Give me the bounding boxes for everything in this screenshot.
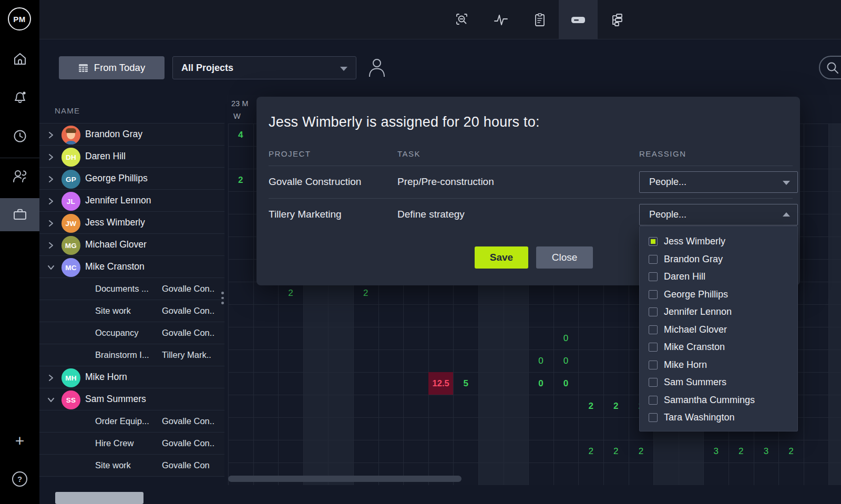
- chevron-right-icon[interactable]: [47, 131, 55, 139]
- task-name: Hire Crew: [95, 438, 134, 448]
- workload-cell[interactable]: 0: [553, 349, 579, 372]
- project-filter-select[interactable]: All Projects: [172, 56, 356, 79]
- chevron-right-icon[interactable]: [47, 241, 55, 250]
- workload-cell[interactable]: 2: [603, 440, 629, 462]
- dropdown-option-label: Mike Horn: [664, 359, 707, 371]
- chevron-down-icon[interactable]: [47, 263, 55, 272]
- resource-row[interactable]: DHDaren Hill: [39, 145, 224, 168]
- dropdown-option[interactable]: Mike Horn: [640, 356, 797, 374]
- task-row[interactable]: Brainstorm I...Tillery Mark..: [39, 344, 224, 366]
- help-icon[interactable]: ?: [0, 467, 39, 490]
- resource-row[interactable]: GPGeorge Phillips: [39, 167, 224, 190]
- app-logo[interactable]: PM: [8, 7, 31, 30]
- chevron-right-icon[interactable]: [47, 197, 55, 205]
- save-button[interactable]: Save: [475, 246, 528, 269]
- tab-zoom-search[interactable]: [443, 0, 482, 39]
- bottom-partial-button[interactable]: [55, 492, 143, 504]
- workload-cell[interactable]: 2: [228, 169, 253, 191]
- chevron-down-icon[interactable]: [47, 396, 55, 404]
- workload-cell[interactable]: 3: [703, 440, 729, 462]
- workload-cell[interactable]: 2: [729, 440, 754, 462]
- task-row[interactable]: Site workGovalle Con: [39, 454, 224, 477]
- task-row[interactable]: Order Equip...Govalle Con..: [39, 410, 224, 433]
- chevron-right-icon[interactable]: [47, 219, 55, 228]
- tab-workload[interactable]: [559, 0, 598, 39]
- dropdown-option[interactable]: Jennifer Lennon: [640, 303, 797, 321]
- dropdown-option[interactable]: Tara Washington: [640, 409, 797, 427]
- dropdown-option[interactable]: Brandon Gray: [640, 251, 797, 269]
- from-today-button[interactable]: From Today: [59, 56, 165, 79]
- avatar: GP: [61, 170, 80, 189]
- dropdown-option[interactable]: George Phillips: [640, 286, 797, 304]
- workload-cell[interactable]: 0: [553, 327, 579, 349]
- workload-cell[interactable]: 2: [778, 440, 804, 462]
- workload-cell[interactable]: 5: [453, 372, 478, 395]
- workload-cell[interactable]: 0: [553, 372, 579, 395]
- column-header-task: TASK: [397, 149, 420, 158]
- resource-row[interactable]: MGMichael Glover: [39, 233, 224, 256]
- workload-cell[interactable]: 2: [578, 440, 603, 462]
- dropdown-option[interactable]: Jess Wimberly: [640, 233, 797, 251]
- home-icon[interactable]: [0, 47, 39, 70]
- tab-workflow[interactable]: [598, 0, 637, 39]
- task-row[interactable]: Site workGovalle Con..: [39, 300, 224, 322]
- tab-tasks-report[interactable]: [520, 0, 559, 39]
- task-row[interactable]: Hire CrewGovalle Con..: [39, 432, 224, 455]
- chevron-right-icon[interactable]: [47, 374, 55, 382]
- workload-cell[interactable]: 4: [228, 124, 253, 146]
- tab-activity[interactable]: [481, 0, 520, 39]
- reassign-people-select-2[interactable]: People...: [639, 204, 798, 225]
- checkbox-icon[interactable]: [649, 272, 658, 281]
- dropdown-option[interactable]: Sam Summers: [640, 374, 797, 392]
- resource-row[interactable]: Brandon Gray: [39, 123, 224, 146]
- resource-row[interactable]: MHMike Horn: [39, 366, 224, 388]
- dropdown-option-label: Jess Wimberly: [664, 236, 725, 247]
- resource-row[interactable]: JLJennifer Lennon: [39, 189, 224, 212]
- chevron-right-icon[interactable]: [47, 175, 55, 183]
- resource-name: Daren Hill: [85, 151, 126, 162]
- checkbox-checked-icon[interactable]: [649, 237, 658, 246]
- workload-cell[interactable]: 2: [629, 440, 654, 462]
- workload-cell[interactable]: 12.5: [428, 372, 454, 395]
- workload-cell[interactable]: 0: [528, 349, 553, 372]
- team-people-icon[interactable]: [0, 164, 39, 188]
- recent-clock-icon[interactable]: [0, 125, 39, 148]
- chevron-right-icon[interactable]: [47, 153, 55, 161]
- workflow-sitemap-icon: [610, 13, 624, 27]
- task-row[interactable]: Documents ...Govalle Con..: [39, 277, 224, 300]
- horizontal-scrollbar[interactable]: [228, 476, 461, 482]
- dropdown-option[interactable]: Michael Glover: [640, 321, 797, 339]
- checkbox-icon[interactable]: [649, 396, 658, 405]
- checkbox-icon[interactable]: [649, 343, 658, 352]
- task-row[interactable]: OccupancyGovalle Con..: [39, 322, 224, 344]
- checkbox-icon[interactable]: [649, 290, 658, 299]
- clipboard-icon: [533, 13, 547, 27]
- workload-cell[interactable]: 2: [578, 395, 603, 417]
- resource-row[interactable]: MCMike Cranston: [39, 255, 224, 278]
- dropdown-option[interactable]: Samantha Cummings: [640, 392, 797, 409]
- checkbox-icon[interactable]: [649, 361, 658, 369]
- checkbox-icon[interactable]: [649, 325, 658, 334]
- checkbox-icon[interactable]: [649, 255, 658, 264]
- close-button[interactable]: Close: [536, 246, 593, 269]
- portfolio-briefcase-icon[interactable]: [0, 203, 39, 226]
- search-button[interactable]: [819, 56, 841, 79]
- resource-row[interactable]: SSSam Summers: [39, 388, 224, 410]
- add-plus-icon[interactable]: +: [0, 429, 39, 452]
- dropdown-option[interactable]: Mike Cranston: [640, 338, 797, 356]
- task-project-name: Govalle Con..: [162, 328, 214, 338]
- resource-row[interactable]: JWJess Wimberly: [39, 211, 224, 234]
- checkbox-icon[interactable]: [649, 413, 658, 422]
- checkbox-icon[interactable]: [649, 307, 658, 316]
- task-project-name: Govalle Con..: [162, 306, 214, 316]
- workload-cell[interactable]: 2: [603, 395, 629, 417]
- person-silhouette-icon[interactable]: [367, 57, 386, 77]
- reassign-people-select-1[interactable]: People...: [639, 171, 798, 193]
- avatar: MH: [61, 368, 80, 387]
- notifications-bell-icon[interactable]: [0, 86, 39, 109]
- checkbox-icon[interactable]: [649, 378, 658, 387]
- panel-resize-handle[interactable]: [221, 292, 224, 304]
- dropdown-option[interactable]: Daren Hill: [640, 268, 797, 286]
- workload-cell[interactable]: 0: [528, 372, 553, 395]
- workload-cell[interactable]: 3: [754, 440, 779, 462]
